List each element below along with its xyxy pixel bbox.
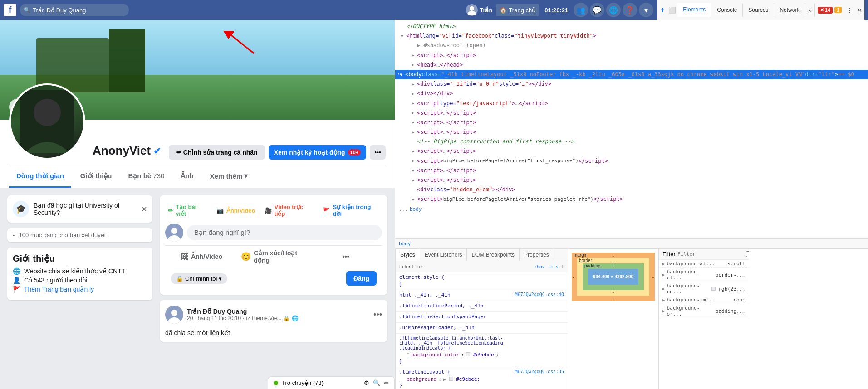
post-photo-btn[interactable]: 🖼 Ảnh/Video — [165, 246, 237, 267]
breadcrumb-body[interactable]: body — [399, 241, 411, 247]
devtools-tab-sources[interactable]: Sources — [743, 3, 774, 17]
dom-stories-tri[interactable] — [412, 196, 417, 203]
add-style-btn[interactable]: + — [560, 263, 564, 270]
dom-line-shadow[interactable]: ▶ #shadow-root (open) — [395, 41, 868, 50]
dom-line-html[interactable]: <html lang="vi" id="facebook" class="tin… — [395, 31, 868, 41]
dom-line-body[interactable]: * <body class="_41h timelineLayout _51x9… — [395, 70, 868, 79]
devtools-cursor-icon[interactable]: ⬆ — [657, 5, 667, 15]
chat-search-icon[interactable]: 🔍 — [373, 379, 380, 386]
dom-line-hidden[interactable]: <div class="hidden_elem" ></div> — [395, 185, 868, 194]
dom-body-breadcrumb[interactable]: body — [410, 205, 422, 214]
dom-scriptjs-triangle[interactable] — [412, 100, 417, 107]
dom-line-script7[interactable]: <script> … </script> — [395, 175, 868, 185]
dom-line-div1[interactable]: <div class="_1i" id="u_0_n" style="…" ><… — [395, 79, 868, 89]
more-actions-btn[interactable]: ••• — [370, 145, 386, 160]
post-input[interactable]: Bạn đang nghĩ gì? — [187, 225, 382, 240]
expand-icon-1[interactable]: ▶ — [662, 262, 665, 266]
chat-settings-icon[interactable]: ⚙ — [364, 379, 369, 386]
show-all-btn[interactable]: Show all — [746, 251, 749, 257]
dom-head-triangle[interactable] — [412, 61, 417, 68]
devtools-responsive-icon[interactable]: ⬜ — [667, 5, 677, 15]
expand-icon-4[interactable]: ▶ — [662, 298, 665, 302]
devtools-tab-network[interactable]: Network — [774, 3, 805, 17]
chat-bar[interactable]: Trò chuyện (73) ⚙ 🔍 ✏ — [268, 376, 395, 389]
photo-video-btn[interactable]: 📷 Ảnh/Video — [214, 201, 258, 220]
nav-username[interactable]: Trần — [480, 7, 492, 14]
devtools-more-tabs[interactable]: » — [805, 3, 814, 17]
privacy-btn[interactable]: 🔒 Chỉ mình tôi ▾ — [171, 273, 227, 284]
computed-prop-bg-clip[interactable]: ▶ background-cl... border-... — [659, 268, 749, 282]
dom-line-script-js[interactable]: <script type="text/javascript" > … </scr… — [395, 99, 868, 108]
computed-prop-bg-attachment[interactable]: ▶ background-at... scroll — [659, 260, 749, 268]
help-icon[interactable]: ❓ — [623, 3, 637, 17]
dom-body-triangle[interactable] — [400, 71, 405, 78]
globe-icon[interactable]: 🌐 — [606, 3, 621, 17]
intro-link-item[interactable]: 🚩 Thêm Trang bạn quản lý — [13, 286, 147, 293]
dom-script6-tri[interactable] — [412, 167, 417, 174]
nav-photos[interactable]: Ảnh — [173, 165, 201, 188]
devtools-settings-icon[interactable]: ⋮ — [844, 5, 854, 15]
dom-line-head[interactable]: <head> … </head> — [395, 60, 868, 70]
notification-close-btn[interactable]: ✕ — [141, 205, 147, 214]
dom-line-script5[interactable]: <script> … </script> — [395, 146, 868, 156]
live-video-btn[interactable]: 🎥 Video trực tiếp — [262, 201, 317, 220]
dom-line-script3[interactable]: <script> … </script> — [395, 118, 868, 127]
style-filter-input[interactable] — [412, 264, 532, 269]
dom-html-triangle[interactable] — [401, 33, 406, 40]
dom-div1-triangle[interactable] — [412, 81, 417, 88]
hov-cls-btn[interactable]: :hov .cls — [534, 264, 559, 269]
computed-prop-bg-origin[interactable]: ▶ background-or... padding... — [659, 304, 749, 318]
dom-line-script6[interactable]: <script> … </script> — [395, 166, 868, 175]
post-more-btn[interactable]: ••• — [373, 310, 382, 320]
dom-script2-tri[interactable] — [412, 109, 417, 117]
post-username[interactable]: Trần Đỗ Duy Quang — [187, 308, 370, 315]
post-more-btn[interactable]: ••• — [310, 246, 382, 267]
computed-filter-input[interactable] — [677, 251, 744, 257]
dom-div2-triangle[interactable] — [412, 90, 417, 97]
nav-timeline[interactable]: Dòng thời gian — [9, 165, 71, 188]
nav-about[interactable]: Giới thiệu — [73, 165, 119, 188]
event-btn[interactable]: 🚩 Sự kiện trong đời — [320, 201, 382, 220]
devtools-tab-elements[interactable]: Elements — [677, 3, 711, 17]
post-submit-btn[interactable]: Đăng — [346, 271, 377, 286]
tab-dom-breakpoints[interactable]: DOM Breakpoints — [467, 249, 520, 261]
activity-btn[interactable]: Xem nhật ký hoạt động 10+ — [269, 145, 367, 160]
file-timelinelayout[interactable]: M67JQw2gqQC.css:35 — [515, 369, 564, 376]
dom-script3-tri[interactable] — [412, 119, 417, 126]
computed-prop-bg-image[interactable]: ▶ background-im... none — [659, 296, 749, 304]
tab-styles[interactable]: Styles — [396, 249, 420, 261]
expand-icon-3[interactable]: ▶ — [662, 287, 665, 291]
dom-line-script1[interactable]: <script> … </script> — [395, 51, 868, 60]
dom-script4-tri[interactable] — [412, 129, 417, 136]
search-input[interactable] — [20, 4, 129, 16]
nav-more[interactable]: Xem thêm ▾ — [203, 165, 255, 188]
intro-link-text[interactable]: Thêm Trang bạn quản lý — [24, 286, 94, 293]
dom-line-script-stories[interactable]: <script> bigPipe.beforePageletArrive("st… — [395, 194, 868, 204]
show-all-checkbox[interactable] — [746, 251, 749, 257]
dom-line-script-bigpipe1[interactable]: <script> bigPipe.beforePageletArrive("fi… — [395, 156, 868, 166]
devtools-close-icon[interactable]: ✕ — [854, 5, 864, 15]
dropdown-icon[interactable]: ▾ — [639, 3, 653, 17]
file-html41h[interactable]: M67JQw2gqQC.css:40 — [515, 292, 564, 299]
nav-friends[interactable]: Bạn bè 730 — [121, 165, 172, 188]
color-swatch-e9ebee[interactable] — [466, 352, 470, 356]
facebook-logo[interactable]: f — [4, 4, 16, 16]
expand-icon-5[interactable]: ▶ — [662, 309, 665, 313]
create-post-btn[interactable]: ✏ Tạo bài viết — [165, 201, 210, 220]
dom-script1-triangle[interactable] — [412, 52, 417, 59]
dom-bigpipe1-tri[interactable] — [412, 157, 417, 165]
tab-event-listeners[interactable]: Event Listeners — [420, 249, 467, 261]
dom-script7-tri[interactable] — [412, 177, 417, 184]
dom-line-doctype[interactable]: <!DOCTYPE html> — [395, 22, 868, 31]
tab-properties[interactable]: Properties — [520, 249, 554, 261]
expand-icon-2[interactable]: ▶ — [662, 272, 665, 277]
dom-line-comment-bigpipe[interactable]: <!-- BigPipe construction and first resp… — [395, 137, 868, 146]
edit-profile-btn[interactable]: ✏ Chỉnh sửa trang cá nhân — [169, 145, 265, 160]
nav-home-btn[interactable]: 🏠 Trang chủ — [496, 4, 539, 16]
dom-line-script2[interactable]: <script> … </script> — [395, 108, 868, 118]
post-emotion-btn[interactable]: 😊 Cảm xúc/Hoạt động — [237, 246, 309, 267]
messenger-icon[interactable]: 💬 — [590, 3, 604, 17]
dom-line-div2[interactable]: <div></div> — [395, 89, 868, 98]
nav-avatar[interactable] — [466, 4, 478, 16]
computed-prop-bg-color[interactable]: ▶ background-co... rgb(23... — [659, 282, 749, 296]
